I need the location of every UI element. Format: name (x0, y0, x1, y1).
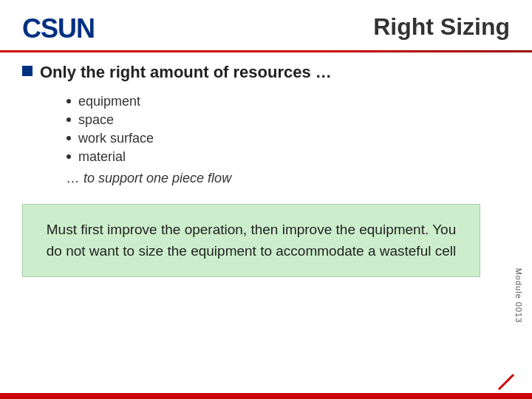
main-bullet: Only the right amount of resources … (22, 63, 510, 82)
sub-bullet-space: space (78, 112, 114, 128)
bullet-dot-icon (66, 136, 71, 140)
svg-line-0 (499, 375, 514, 389)
bullet-dot-icon (66, 99, 71, 103)
support-text: … to support one piece flow (66, 171, 510, 186)
sub-bullet-material: material (78, 149, 126, 165)
main-bullet-text: Only the right amount of resources … (40, 63, 332, 82)
footer-bar (0, 393, 532, 399)
list-item: material (66, 149, 510, 165)
green-box-text: Must first improve the operation, then i… (47, 222, 456, 259)
logo: CSUN (22, 13, 95, 44)
green-info-box: Must first improve the operation, then i… (22, 204, 480, 277)
list-item: work surface (66, 131, 510, 146)
module-label-wrapper: Module 0013 (511, 251, 526, 340)
slash-decoration-icon (495, 371, 517, 393)
logo-text: CSUN (22, 13, 95, 44)
module-label: Module 0013 (514, 268, 523, 324)
sub-bullet-equipment: equipment (78, 94, 140, 109)
bullet-dot-icon (66, 117, 71, 122)
main-content: Only the right amount of resources … equ… (22, 63, 510, 277)
header-divider (0, 50, 532, 52)
page-title: Right Sizing (373, 13, 510, 41)
sub-bullet-work-surface: work surface (78, 131, 154, 146)
bullet-dot-icon (66, 154, 71, 159)
sub-bullets-list: equipment space work surface material (66, 94, 510, 165)
bullet-square-icon (22, 66, 33, 76)
list-item: equipment (66, 94, 510, 109)
list-item: space (66, 112, 510, 128)
